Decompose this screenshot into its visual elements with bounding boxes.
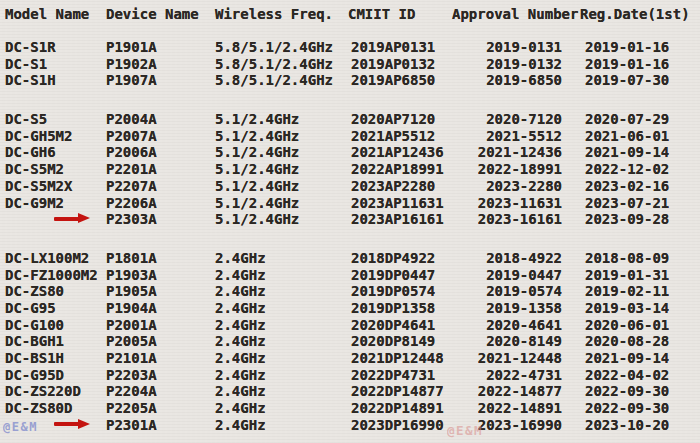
cell-wireless-freq: 2.4GHz: [215, 317, 266, 333]
cell-model-name: DC-ZS220D: [5, 383, 81, 399]
cell-reg-date: 2019-07-30: [585, 72, 669, 88]
cell-reg-date: 2023-09-28: [585, 211, 669, 227]
cell-reg-date: 2019-02-11: [585, 283, 669, 299]
cell-cmiit-id: 2019DP1358: [351, 300, 435, 316]
cell-reg-date: 2020-08-28: [585, 333, 669, 349]
cell-wireless-freq: 2.4GHz: [215, 333, 266, 349]
cell-cmiit-id: 2022DP4731: [351, 367, 435, 383]
table-row: DC-S1H P1907A 5.8/5.1/2.4GHz 2019AP6850 …: [0, 71, 700, 88]
cell-model-name: DC-S5: [5, 111, 47, 127]
cell-device-name: P2206A: [106, 195, 157, 211]
table-row: DC-ZS80D P2205A 2.4GHz 2022DP14891 2022-…: [0, 399, 700, 416]
cell-cmiit-id: 2023AP2280: [351, 178, 435, 194]
cell-cmiit-id: 2022AP18991: [351, 161, 444, 177]
red-arrow-icon: [52, 419, 90, 430]
cell-device-name: P2101A: [106, 350, 157, 366]
cell-wireless-freq: 5.1/2.4GHz: [215, 211, 299, 227]
cell-device-name: P2203A: [106, 367, 157, 383]
cell-device-name: P2004A: [106, 111, 157, 127]
cell-approval-number: 2023-16161: [450, 211, 562, 227]
cell-reg-date: 2022-09-30: [585, 400, 669, 416]
table-row: P2301A 2.4GHz 2023DP16990 2023-16990 202…: [0, 416, 700, 433]
cell-model-name: DC-FZ1000M2: [5, 267, 98, 283]
table-header-row: Model Name Device Name Wireless Freq. CM…: [0, 6, 700, 23]
header-model-name: Model Name: [5, 6, 89, 22]
table-row: DC-BGH1 P2005A 2.4GHz 2020DP8149 2020-81…: [0, 332, 700, 349]
table-row: DC-BS1H P2101A 2.4GHz 2021DP12448 2021-1…: [0, 349, 700, 366]
cell-model-name: DC-LX100M2: [5, 250, 89, 266]
cell-device-name: P1904A: [106, 300, 157, 316]
cell-wireless-freq: 5.8/5.1/2.4GHz: [215, 39, 333, 55]
cell-reg-date: 2023-02-16: [585, 178, 669, 194]
cell-wireless-freq: 2.4GHz: [215, 267, 266, 283]
cell-model-name: DC-G95: [5, 300, 56, 316]
cell-wireless-freq: 2.4GHz: [215, 417, 266, 433]
cell-model-name: DC-G9M2: [5, 195, 64, 211]
cell-approval-number: 2019-0132: [450, 56, 562, 72]
cell-approval-number: 2023-2280: [450, 178, 562, 194]
cell-cmiit-id: 2020DP8149: [351, 333, 435, 349]
cell-wireless-freq: 2.4GHz: [215, 250, 266, 266]
cell-reg-date: 2018-08-09: [585, 250, 669, 266]
cell-reg-date: 2019-01-16: [585, 39, 669, 55]
red-arrow-icon: [52, 213, 90, 224]
table-row: DC-FZ1000M2 P1903A 2.4GHz 2019DP0447 201…: [0, 266, 700, 283]
cell-wireless-freq: 2.4GHz: [215, 283, 266, 299]
table-row: DC-S1R P1901A 5.8/5.1/2.4GHz 2019AP0131 …: [0, 38, 700, 55]
header-device-name: Device Name: [106, 6, 199, 22]
cell-device-name: P1801A: [106, 250, 157, 266]
cell-cmiit-id: 2020AP7120: [351, 111, 435, 127]
cell-wireless-freq: 5.1/2.4GHz: [215, 178, 299, 194]
cell-device-name: P2201A: [106, 161, 157, 177]
table-row: DC-S5M2 P2201A 5.1/2.4GHz 2022AP18991 20…: [0, 160, 700, 177]
table-row: DC-S1 P1902A 5.8/5.1/2.4GHz 2019AP0132 2…: [0, 55, 700, 72]
cell-wireless-freq: 2.4GHz: [215, 367, 266, 383]
header-wireless-freq: Wireless Freq.: [215, 6, 333, 22]
table-row: DC-ZS220D P2204A 2.4GHz 2022DP14877 2022…: [0, 382, 700, 399]
cell-wireless-freq: 5.1/2.4GHz: [215, 161, 299, 177]
table-row: DC-G9M2 P2206A 5.1/2.4GHz 2023AP11631 20…: [0, 194, 700, 211]
cell-approval-number: 2022-14877: [450, 383, 562, 399]
cell-approval-number: 2019-1358: [450, 300, 562, 316]
cell-wireless-freq: 2.4GHz: [215, 300, 266, 316]
cell-approval-number: 2019-0574: [450, 283, 562, 299]
cell-device-name: P2301A: [106, 417, 157, 433]
cell-approval-number: 2022-18991: [450, 161, 562, 177]
table-body: DC-S1R P1901A 5.8/5.1/2.4GHz 2019AP0131 …: [0, 38, 700, 432]
cell-cmiit-id: 2023AP11631: [351, 195, 444, 211]
cell-device-name: P2204A: [106, 383, 157, 399]
cell-reg-date: 2019-01-31: [585, 267, 669, 283]
cell-reg-date: 2021-09-14: [585, 144, 669, 160]
cell-reg-date: 2021-06-01: [585, 128, 669, 144]
cell-reg-date: 2019-01-16: [585, 56, 669, 72]
approval-list-screenshot: Model Name Device Name Wireless Freq. CM…: [0, 0, 700, 443]
table-group: DC-LX100M2 P1801A 2.4GHz 2018DP4922 2018…: [0, 249, 700, 433]
cell-reg-date: 2020-07-29: [585, 111, 669, 127]
cell-model-name: DC-S5M2: [5, 161, 64, 177]
cell-wireless-freq: 5.1/2.4GHz: [215, 195, 299, 211]
table-group: DC-S1R P1901A 5.8/5.1/2.4GHz 2019AP0131 …: [0, 38, 700, 88]
cell-cmiit-id: 2023DP16990: [351, 417, 444, 433]
table-row: DC-G95D P2203A 2.4GHz 2022DP4731 2022-47…: [0, 366, 700, 383]
cell-device-name: P2207A: [106, 178, 157, 194]
cell-device-name: P1903A: [106, 267, 157, 283]
cell-model-name: DC-ZS80: [5, 283, 64, 299]
table-row: P2303A 5.1/2.4GHz 2023AP16161 2023-16161…: [0, 210, 700, 227]
cell-device-name: P2006A: [106, 144, 157, 160]
cell-reg-date: 2022-04-02: [585, 367, 669, 383]
cell-cmiit-id: 2019AP6850: [351, 72, 435, 88]
header-cmiit-id: CMIIT ID: [348, 6, 415, 22]
cell-cmiit-id: 2023AP16161: [351, 211, 444, 227]
cell-wireless-freq: 5.8/5.1/2.4GHz: [215, 72, 333, 88]
table-row: DC-GH6 P2006A 5.1/2.4GHz 2021AP12436 202…: [0, 143, 700, 160]
header-approval-number: Approval Number: [452, 6, 578, 22]
cell-model-name: DC-S1H: [5, 72, 56, 88]
cell-approval-number: 2021-5512: [450, 128, 562, 144]
cell-reg-date: 2021-09-14: [585, 350, 669, 366]
cell-device-name: P1905A: [106, 283, 157, 299]
cell-model-name: DC-S1R: [5, 39, 56, 55]
cell-model-name: DC-BS1H: [5, 350, 64, 366]
cell-wireless-freq: 5.1/2.4GHz: [215, 128, 299, 144]
cell-reg-date: 2020-06-01: [585, 317, 669, 333]
cell-device-name: P1902A: [106, 56, 157, 72]
